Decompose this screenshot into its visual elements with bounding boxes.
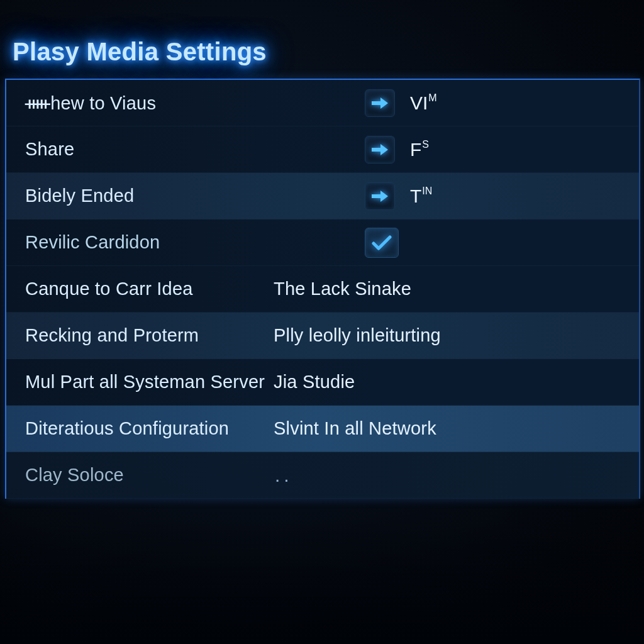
- settings-screen: Plasy Media Settings ᚔhew to Viaus VIM S…: [0, 0, 644, 644]
- setting-value: ..: [274, 465, 293, 486]
- setting-value: Plly leolly inleiturting: [274, 325, 441, 346]
- setting-label: Canque to Carr Idea: [25, 279, 274, 299]
- setting-row-share[interactable]: Share FS: [6, 126, 639, 173]
- arrow-right-icon: [370, 142, 389, 158]
- setting-label: Revilic Cardidon: [25, 232, 274, 253]
- setting-value: The Lack Sinake: [274, 279, 411, 299]
- setting-row-mul-part[interactable]: Mul Part all Systeman Server Jia Studie: [6, 359, 639, 406]
- setting-row-view-to-viaus[interactable]: ᚔhew to Viaus VIM: [6, 80, 639, 126]
- setting-label: Recking and Proterm: [25, 325, 274, 346]
- checkbox[interactable]: [365, 228, 399, 258]
- value-cluster: TIN: [365, 182, 432, 210]
- setting-label: Share: [25, 139, 274, 160]
- arrow-right-icon: [370, 188, 389, 204]
- cycle-arrow-button[interactable]: [365, 182, 395, 210]
- arrow-right-icon: [370, 95, 389, 111]
- setting-label: Mul Part all Systeman Server: [25, 372, 274, 392]
- setting-value: Slvint In all Network: [274, 418, 436, 439]
- value-cluster: VIM: [365, 89, 437, 117]
- cycle-arrow-button[interactable]: [365, 136, 395, 164]
- setting-row-diteratious[interactable]: Diteratious Configuration Slvint In all …: [6, 406, 639, 452]
- setting-row-revilic-cardidon[interactable]: Revilic Cardidon: [6, 219, 639, 266]
- setting-row-canque[interactable]: Canque to Carr Idea The Lack Sinake: [6, 266, 639, 313]
- vignette-shade: [0, 518, 644, 644]
- check-icon: [371, 234, 392, 252]
- settings-panel: ᚔhew to Viaus VIM Share FS: [5, 79, 640, 499]
- cycle-arrow-button[interactable]: [365, 89, 395, 117]
- setting-value: FS: [410, 139, 429, 160]
- page-title: Plasy Media Settings: [0, 19, 644, 79]
- setting-label: Clay Soloce: [25, 465, 274, 486]
- setting-row-recking[interactable]: Recking and Proterm Plly leolly inleitur…: [6, 313, 639, 359]
- setting-value: VIM: [410, 92, 437, 114]
- setting-value: Jia Studie: [274, 372, 355, 392]
- setting-label: ᚔhew to Viaus: [25, 92, 274, 114]
- setting-row-bidely-ended[interactable]: Bidely Ended TIN: [6, 173, 639, 219]
- setting-label: Diteratious Configuration: [25, 418, 274, 439]
- value-cluster: FS: [365, 136, 429, 164]
- setting-label: Bidely Ended: [25, 186, 274, 206]
- setting-value: TIN: [410, 186, 432, 207]
- setting-row-clay-soloce[interactable]: Clay Soloce ..: [6, 452, 639, 499]
